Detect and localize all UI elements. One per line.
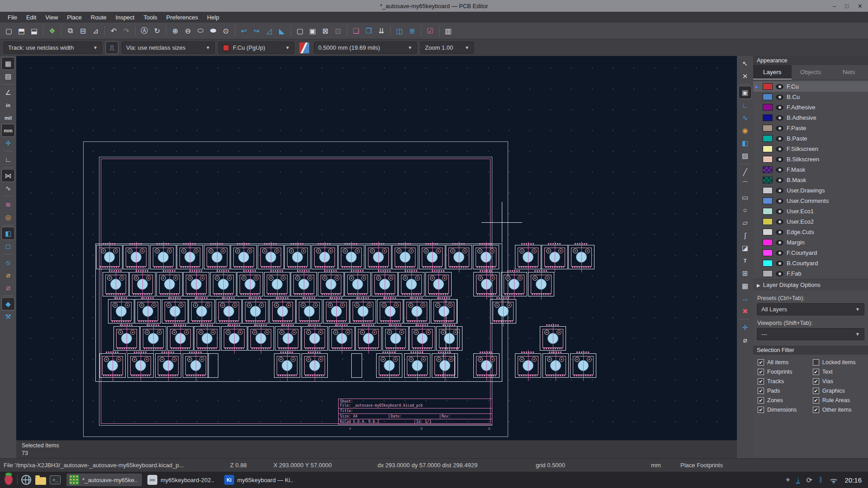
layer-visibility-eye-icon[interactable]	[776, 250, 783, 256]
layer-row-f-adhesive[interactable]: ▶F.Adhesive	[753, 102, 868, 113]
add-dimension-button[interactable]: ↔	[739, 292, 751, 305]
layer-row-user-eco2[interactable]: ▶User.Eco2	[753, 216, 868, 227]
download-icon[interactable]: ↓	[796, 476, 800, 483]
layer-color-swatch[interactable]	[763, 187, 773, 194]
layer-color-swatch[interactable]	[763, 166, 773, 173]
polar-coordinates-button[interactable]: ∠	[2, 86, 14, 99]
route-tracks-button[interactable]: ∟	[739, 99, 751, 111]
zone-fill-mode-button[interactable]: ◧	[2, 227, 14, 239]
layer-display-options[interactable]: ▶Layer Display Options	[753, 279, 868, 291]
menu-view[interactable]: View	[41, 13, 62, 22]
keyswitch-footprint-r4-2[interactable]	[140, 326, 166, 351]
units-mm-button[interactable]: mm	[2, 124, 14, 136]
keyswitch-footprint-r4-10[interactable]	[355, 326, 382, 351]
track-posture-button[interactable]: ⎍	[106, 42, 118, 54]
wifi-icon[interactable]	[829, 477, 838, 483]
checkbox-unchecked-icon[interactable]	[813, 359, 819, 366]
tab-objects[interactable]: Objects	[792, 65, 830, 80]
filter-dimensions[interactable]: ✔Dimensions	[758, 407, 811, 413]
layer-visibility-eye-icon[interactable]	[776, 94, 783, 100]
keyswitch-footprint-r3-1[interactable]	[108, 299, 134, 324]
checkbox-checked-icon[interactable]: ✔	[758, 407, 764, 413]
presets-select[interactable]: All Layers ▼	[757, 303, 864, 315]
menu-place[interactable]: Place	[63, 13, 86, 22]
draw-polygon-button[interactable]: ▱	[739, 216, 751, 229]
keyswitch-footprint-r5-7[interactable]	[376, 353, 402, 378]
layer-visibility-eye-icon[interactable]	[776, 230, 783, 235]
draw-circle-button[interactable]: ○	[739, 204, 751, 216]
keyswitch-footprint-r4-7[interactable]	[275, 326, 301, 351]
keyswitch-footprint-r5-10[interactable]	[473, 353, 500, 378]
save-board-button[interactable]: ⬓	[28, 25, 40, 37]
checkbox-checked-icon[interactable]: ✔	[758, 397, 764, 404]
layer-row-user-drawings[interactable]: ▶User.Drawings	[753, 185, 868, 196]
high-contrast-mode-button[interactable]: ◆	[2, 298, 14, 310]
layer-color-swatch[interactable]	[763, 229, 773, 235]
keyswitch-footprint-r1-10[interactable]	[338, 245, 364, 269]
hide-footprints-button[interactable]: ⦸	[2, 256, 14, 268]
filter-graphics[interactable]: ✔Graphics	[813, 388, 863, 394]
layer-visibility-eye-icon[interactable]	[776, 261, 783, 266]
keyswitch-footprint-r5-1[interactable]	[99, 353, 126, 378]
layer-visibility-eye-icon[interactable]	[776, 157, 783, 162]
filter-tracks[interactable]: ✔Tracks	[758, 378, 811, 385]
pcb-canvas[interactable]: 456Sheet:File: _autosave-my65keyboard.ki…	[16, 56, 737, 440]
checkbox-checked-icon[interactable]: ✔	[813, 397, 819, 404]
layer-color-swatch[interactable]	[763, 208, 773, 215]
keyswitch-footprint-r3-4[interactable]	[189, 299, 215, 324]
keyswitch-footprint-r4-6[interactable]	[248, 326, 274, 351]
menu-file[interactable]: File	[4, 13, 21, 22]
keyswitch-footprint-r2-14[interactable]	[473, 272, 500, 296]
footprint-browser-button[interactable]: ❐	[363, 25, 375, 37]
refresh-button[interactable]: ↻	[151, 25, 163, 37]
interactive-delete-button[interactable]: ✖	[739, 305, 751, 317]
keyswitch-footprint-r2-16[interactable]	[528, 272, 554, 296]
keyswitch-footprint-r3-14[interactable]	[490, 299, 516, 324]
keyswitch-footprint-r1-14[interactable]	[446, 245, 472, 269]
lock-button[interactable]: ⊠	[319, 25, 331, 37]
zoom-fit-page-button[interactable]: ⬭	[194, 25, 207, 37]
hide-pads-button[interactable]: ⌀	[2, 269, 14, 281]
measure-tool-button[interactable]: ⌀	[739, 334, 751, 346]
keyswitch-footprint-r5-2[interactable]	[127, 353, 154, 378]
layer-color-swatch[interactable]	[763, 270, 773, 277]
keyswitch-footprint-r1-17[interactable]	[542, 245, 568, 269]
filter-other-items[interactable]: ✔Other items	[813, 407, 863, 413]
keyswitch-footprint-r2-13[interactable]	[425, 272, 452, 296]
print-button[interactable]: ⊟	[77, 25, 89, 37]
active-layer-select[interactable]: F.Cu (PgUp) ▼	[218, 42, 294, 54]
layer-row-b-adhesive[interactable]: ▶B.Adhesive	[753, 113, 868, 123]
layer-row-user-eco1[interactable]: ▶User.Eco1	[753, 206, 868, 216]
layer-color-swatch[interactable]	[763, 197, 773, 204]
layer-row-b-mask[interactable]: ▶B.Mask	[753, 175, 868, 185]
keyswitch-footprint-r1-1[interactable]	[96, 245, 123, 269]
keyswitch-footprint-r1-3[interactable]	[150, 245, 176, 269]
stabilizer-footprint-2[interactable]	[446, 326, 458, 351]
stabilizer-footprint-1[interactable]	[446, 299, 458, 324]
keyswitch-footprint-r1-13[interactable]	[419, 245, 445, 269]
layer-pair-button[interactable]	[298, 42, 310, 54]
layer-visibility-eye-icon[interactable]	[776, 136, 783, 141]
local-ratsnest-button[interactable]: ✕	[739, 70, 751, 82]
keyswitch-footprint-r3-8[interactable]	[296, 299, 322, 324]
properties-panel-button[interactable]: ⚒	[2, 310, 14, 323]
add-image-button[interactable]: ◪	[739, 242, 751, 254]
keyswitch-footprint-r5-11[interactable]	[515, 353, 541, 378]
keyswitch-footprint-r3-9[interactable]	[323, 299, 349, 324]
ratsnest-visibility-button[interactable]: ⋈	[2, 169, 14, 182]
layer-color-swatch[interactable]	[763, 125, 773, 131]
layer-color-swatch[interactable]	[763, 83, 773, 90]
menu-help[interactable]: Help	[203, 13, 223, 22]
checkbox-checked-icon[interactable]: ✔	[813, 407, 819, 413]
zone-outline-mode-button[interactable]: ◻	[2, 240, 14, 252]
open-board-button[interactable]: ⬒	[15, 25, 28, 37]
bluetooth-icon[interactable]: ᛒ	[819, 476, 823, 484]
keyswitch-footprint-r1-9[interactable]	[311, 245, 338, 269]
layer-visibility-eye-icon[interactable]	[776, 84, 783, 89]
keyswitch-footprint-r4-3[interactable]	[167, 326, 193, 351]
keyswitch-footprint-r2-10[interactable]	[344, 272, 371, 296]
keyswitch-footprint-r3-3[interactable]	[162, 299, 188, 324]
tune-length-button[interactable]: ∿	[739, 112, 751, 124]
hide-tracks-button[interactable]: ⧄	[2, 282, 14, 294]
keyswitch-footprint-r3-12[interactable]	[404, 299, 430, 324]
